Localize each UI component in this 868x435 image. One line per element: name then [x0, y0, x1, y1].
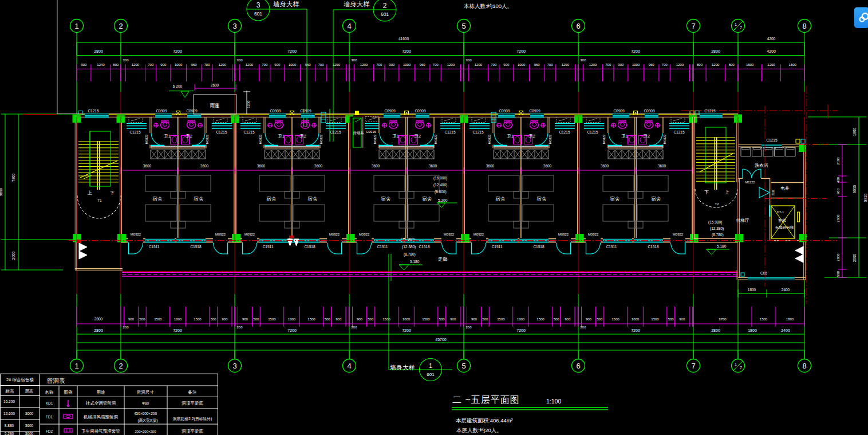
svg-text:5: 5: [461, 22, 465, 30]
svg-text:C1215: C1215: [243, 130, 255, 134]
svg-text:1800: 1800: [748, 288, 756, 292]
svg-text:960: 960: [420, 63, 426, 66]
svg-text:500: 500: [439, 318, 445, 321]
svg-text:7200: 7200: [631, 49, 640, 53]
svg-text:3600: 3600: [543, 164, 552, 168]
svg-text:C1215: C1215: [704, 109, 716, 113]
svg-text:M0922: M0922: [329, 233, 340, 236]
svg-text:9810: 9810: [863, 193, 867, 202]
svg-text:7: 7: [740, 26, 742, 30]
svg-text:留洞表: 留洞表: [47, 377, 65, 384]
svg-text:500: 500: [253, 318, 259, 321]
svg-text:3600: 3600: [257, 164, 266, 168]
svg-text:300: 300: [581, 58, 587, 62]
svg-text:名称: 名称: [45, 390, 54, 395]
svg-text:(16.000): (16.000): [433, 176, 447, 181]
svg-text:下: 下: [110, 190, 115, 195]
svg-text:1500: 1500: [268, 318, 276, 321]
svg-text:450×600×200: 450×600×200: [134, 412, 157, 416]
svg-text:宿舍: 宿舍: [651, 196, 662, 202]
svg-text:C1511: C1511: [492, 245, 503, 249]
svg-text:M0822: M0822: [434, 135, 437, 144]
svg-text:3600: 3600: [143, 164, 152, 168]
svg-text:2: 2: [119, 362, 123, 370]
svg-text:1:100: 1:100: [546, 398, 561, 405]
svg-text:洞顶平梁底: 洞顶平梁底: [182, 429, 203, 434]
svg-text:上: 上: [87, 190, 92, 195]
svg-text:下: 下: [704, 190, 709, 195]
svg-text:300: 300: [352, 58, 358, 62]
svg-text:200: 200: [123, 326, 129, 329]
svg-text:1: 1: [74, 362, 78, 370]
svg-text:1200: 1200: [247, 100, 250, 108]
svg-text:3600: 3600: [25, 412, 34, 416]
svg-text:500: 500: [139, 318, 145, 321]
svg-text:12.600: 12.600: [3, 412, 15, 416]
svg-text:7200: 7200: [287, 328, 297, 332]
svg-text:900: 900: [336, 318, 342, 321]
svg-text:1290: 1290: [333, 63, 341, 66]
svg-text:601: 601: [427, 372, 435, 377]
svg-text:4: 4: [347, 362, 351, 370]
svg-text:M0922: M0922: [673, 233, 684, 236]
svg-text:C0909: C0909: [644, 109, 655, 113]
svg-text:卫1: 卫1: [621, 134, 628, 139]
svg-text:1290: 1290: [562, 63, 570, 66]
svg-text:900: 900: [503, 63, 510, 66]
svg-text:8.880: 8.880: [5, 424, 14, 428]
svg-text:C0909: C0909: [300, 109, 311, 113]
svg-text:500: 500: [597, 318, 603, 321]
svg-text:900: 900: [586, 318, 592, 321]
svg-text:3: 3: [232, 362, 236, 370]
svg-text:2600: 2600: [211, 83, 219, 87]
svg-text:M0822: M0822: [319, 135, 323, 144]
svg-text:700: 700: [662, 63, 668, 66]
svg-text:2: 2: [119, 22, 123, 30]
svg-text:卫2: 卫2: [528, 134, 535, 139]
svg-text:900: 900: [81, 63, 87, 66]
svg-text:洞顶平梁底: 洞顶平梁底: [182, 401, 203, 406]
svg-text:宿舍: 宿舍: [266, 196, 277, 202]
svg-text:C1511: C1511: [263, 245, 274, 249]
svg-text:7200: 7200: [631, 328, 640, 332]
svg-text:1500: 1500: [746, 63, 754, 66]
svg-text:宿舍: 宿舍: [610, 196, 621, 202]
svg-text:7200: 7200: [402, 49, 411, 53]
svg-text:C1215: C1215: [559, 130, 570, 134]
svg-text:1000: 1000: [518, 63, 526, 66]
svg-text:1200: 1200: [132, 63, 140, 66]
svg-text:雨蓬: 雨蓬: [210, 103, 220, 108]
svg-text:7200: 7200: [516, 49, 526, 53]
svg-text:500: 500: [368, 318, 374, 321]
svg-text:3600: 3600: [486, 164, 495, 168]
svg-text:8: 8: [802, 362, 806, 370]
svg-text:2400: 2400: [782, 288, 790, 292]
svg-text:700: 700: [318, 63, 325, 66]
svg-text:FD1: FD1: [46, 415, 53, 419]
svg-text:4: 4: [347, 22, 351, 30]
svg-text:900: 900: [357, 318, 363, 321]
svg-text:用途: 用途: [97, 390, 106, 395]
svg-text:1800: 1800: [853, 127, 857, 136]
svg-text:(8.780): (8.780): [712, 233, 724, 237]
svg-text:C1215: C1215: [444, 130, 456, 134]
svg-text:900: 900: [222, 318, 228, 321]
svg-text:9800: 9800: [0, 187, 3, 196]
svg-text:标高: 标高: [5, 389, 14, 394]
svg-text:3600: 3600: [372, 164, 380, 168]
svg-text:C1215: C1215: [129, 130, 141, 134]
svg-text:C1518: C1518: [190, 245, 202, 249]
svg-text:C1215: C1215: [216, 130, 227, 134]
svg-text:601: 601: [254, 11, 262, 17]
svg-text:3600: 3600: [429, 164, 437, 168]
svg-text:200: 200: [581, 326, 587, 329]
svg-text:4200: 4200: [767, 37, 776, 41]
svg-text:卫1: 卫1: [278, 134, 285, 139]
svg-text:900: 900: [618, 63, 624, 66]
svg-text:2# 综合宿舍楼: 2# 综合宿舍楼: [6, 377, 34, 382]
svg-text:2000: 2000: [837, 253, 840, 261]
svg-text:卫1: 卫1: [164, 134, 171, 139]
svg-text:5.180: 5.180: [717, 244, 727, 248]
svg-text:900: 900: [837, 188, 840, 194]
svg-text:宿舍: 宿舍: [422, 196, 433, 202]
